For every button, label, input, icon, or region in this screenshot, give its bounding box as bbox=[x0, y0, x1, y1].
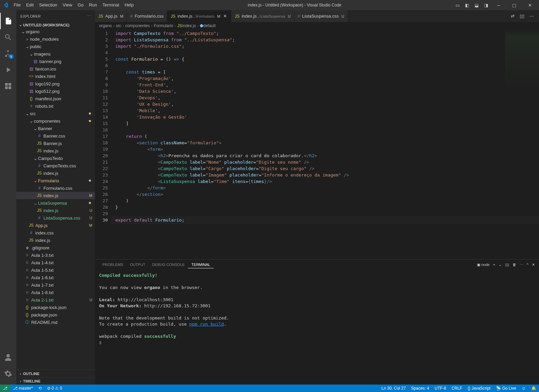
tree-item[interactable]: ≡Aula 1-6.txt bbox=[16, 274, 95, 281]
close-icon[interactable]: ✕ bbox=[222, 14, 228, 19]
workspace-header[interactable]: ⌄ UNTITLED (WORKSPACE) bbox=[16, 22, 95, 28]
tree-item[interactable]: ⌄Banner bbox=[16, 125, 95, 132]
tree-item[interactable]: ›node_modules bbox=[16, 35, 95, 43]
tree-item[interactable]: ≡robots.txt bbox=[16, 102, 95, 110]
tree-item[interactable]: {}manifest.json bbox=[16, 95, 95, 102]
split-terminal-icon[interactable]: ▯▯ bbox=[505, 263, 509, 267]
panel-tab-output[interactable]: OUTPUT bbox=[127, 261, 149, 268]
terminal-body[interactable]: Compiled successfully! You can now view … bbox=[95, 270, 539, 385]
outline-section[interactable]: › OUTLINE bbox=[16, 370, 95, 377]
settings-icon[interactable] bbox=[0, 366, 16, 382]
tree-item[interactable]: <>index.html bbox=[16, 73, 95, 80]
tree-item[interactable]: JSApp.jsM bbox=[16, 222, 95, 229]
kill-terminal-icon[interactable]: 🗑 bbox=[513, 263, 516, 267]
tree-item[interactable]: #index.css bbox=[16, 229, 95, 236]
tree-item[interactable]: JSindex.js bbox=[16, 236, 95, 244]
language-mode[interactable]: {} JavaScript bbox=[465, 385, 493, 392]
more-actions-icon[interactable]: ⋯ bbox=[527, 12, 536, 20]
panel-close-icon[interactable]: ✕ bbox=[532, 263, 535, 267]
eol[interactable]: CRLF bbox=[449, 385, 465, 392]
compare-icon[interactable]: ⇄ bbox=[508, 12, 517, 20]
tree-item[interactable]: ⌄imagens bbox=[16, 50, 95, 58]
tree-item[interactable]: JSindex.js bbox=[16, 169, 95, 177]
panel-tab-problems[interactable]: PROBLEMS bbox=[99, 261, 127, 268]
menu-run[interactable]: Run bbox=[86, 0, 100, 10]
tree-item[interactable]: #CampoTexto.css bbox=[16, 162, 95, 169]
menu-view[interactable]: View bbox=[60, 0, 75, 10]
menu-terminal[interactable]: Terminal bbox=[100, 0, 122, 10]
code-content[interactable]: import CampoTexto from "../CampoTexto";i… bbox=[112, 29, 539, 259]
sync-button[interactable]: ⟲ bbox=[36, 385, 44, 392]
tree-item[interactable]: ▧logo192.png bbox=[16, 80, 95, 87]
tree-item[interactable]: JSindex.jsU bbox=[16, 207, 95, 214]
panel-maximize-icon[interactable]: ^ bbox=[527, 263, 528, 267]
close-button[interactable]: ✕ bbox=[522, 0, 538, 10]
breadcrumb-item[interactable]: JS index.js bbox=[177, 23, 196, 28]
minimize-button[interactable]: ─ bbox=[491, 0, 506, 10]
maximize-button[interactable]: ▢ bbox=[506, 0, 522, 10]
tree-item[interactable]: ⌄ListaSuspensa bbox=[16, 199, 95, 207]
run-debug-icon[interactable] bbox=[0, 62, 16, 78]
indentation[interactable]: Spaces: 4 bbox=[408, 385, 432, 392]
accounts-icon[interactable] bbox=[0, 349, 16, 366]
timeline-section[interactable]: › TIMELINE bbox=[16, 377, 95, 385]
editor-tab[interactable]: #ListaSuspensa.cssU bbox=[294, 10, 348, 22]
tree-item[interactable]: ≡Aula 2-1.txtU bbox=[16, 296, 95, 304]
layout-panel-bottom-icon[interactable]: ⬓ bbox=[473, 1, 481, 9]
tree-item[interactable]: #Banner.css bbox=[16, 132, 95, 140]
breadcrumb-item[interactable]: src bbox=[116, 23, 121, 28]
notifications-button[interactable]: 🔔 bbox=[528, 385, 539, 392]
panel-tab-debug[interactable]: DEBUG CONSOLE bbox=[149, 261, 188, 268]
split-editor-icon[interactable]: ▯▯ bbox=[518, 12, 526, 20]
tree-item[interactable]: #ListaSuspensa.cssU bbox=[16, 214, 95, 222]
tree-item[interactable]: JSindex.jsM bbox=[16, 192, 95, 199]
menu-selection[interactable]: Selection bbox=[36, 0, 60, 10]
sidebar-more-icon[interactable]: ⋯ bbox=[87, 14, 91, 18]
terminal-more-icon[interactable]: ⋯ bbox=[520, 263, 523, 267]
editor-tab[interactable]: #Formulario.css bbox=[127, 10, 167, 22]
menu-go[interactable]: Go bbox=[75, 0, 86, 10]
editor-tab[interactable]: JSApp.jsM bbox=[95, 10, 127, 22]
breadcrumb-item[interactable]: ⬟ default bbox=[200, 23, 215, 28]
tree-item[interactable]: ⌄public bbox=[16, 43, 95, 50]
terminal-dropdown-icon[interactable]: ⌄ bbox=[499, 263, 502, 267]
tree-item[interactable]: #Formulario.css bbox=[16, 184, 95, 192]
remote-button[interactable]: ⎇ bbox=[0, 385, 10, 392]
tree-root[interactable]: ⌄organo bbox=[16, 28, 95, 35]
tree-item[interactable]: JSBanner.js bbox=[16, 140, 95, 147]
tree-item[interactable]: ⌄src bbox=[16, 110, 95, 117]
search-icon[interactable] bbox=[0, 29, 16, 45]
tree-item[interactable]: ▧favicon.ico bbox=[16, 65, 95, 73]
minimap[interactable] bbox=[505, 29, 539, 90]
tree-item[interactable]: ≡Aula 1-3.txt bbox=[16, 251, 95, 259]
explorer-icon[interactable] bbox=[0, 13, 16, 29]
layout-sidebar-right-icon[interactable]: ◨ bbox=[482, 1, 490, 9]
tree-item[interactable]: ▧banner.png bbox=[16, 58, 95, 65]
menu-edit[interactable]: Edit bbox=[23, 0, 36, 10]
tree-item[interactable]: ≡Aula 1-5.txt bbox=[16, 266, 95, 274]
extensions-icon[interactable] bbox=[0, 78, 16, 94]
editor-tab[interactable]: JSindex.js ...\FormularioM✕ bbox=[167, 10, 231, 22]
tree-item[interactable]: ⓘREADME.md bbox=[16, 318, 95, 326]
tree-item[interactable]: ⌄componentes bbox=[16, 117, 95, 125]
source-control-icon[interactable]: 5 bbox=[0, 45, 16, 62]
new-terminal-icon[interactable]: + bbox=[493, 263, 495, 267]
tree-item[interactable]: JSindex.js bbox=[16, 147, 95, 154]
cursor-position[interactable]: Ln 30, Col 27 bbox=[379, 385, 408, 392]
menu-help[interactable]: Help bbox=[122, 0, 136, 10]
tree-item[interactable]: ⌄Formulario bbox=[16, 177, 95, 184]
branch-button[interactable]: ⎇ master* bbox=[10, 385, 36, 392]
breadcrumb-item[interactable]: componentes bbox=[125, 23, 150, 28]
encoding[interactable]: UTF-8 bbox=[432, 385, 449, 392]
panel-tab-terminal[interactable]: TERMINAL bbox=[188, 261, 214, 268]
breadcrumbs[interactable]: organo›src›componentes›Formulario›JS ind… bbox=[95, 22, 539, 29]
tree-item[interactable]: ≡Aula 1-7.txt bbox=[16, 281, 95, 289]
problems-button[interactable]: ⊘ 0 ⚠ 0 bbox=[44, 385, 65, 392]
go-live-button[interactable]: 📡 Go Live bbox=[493, 385, 519, 392]
terminal-selector[interactable]: ▣ node bbox=[477, 263, 490, 267]
tree-item[interactable]: ≡Aula 1-4.txt bbox=[16, 259, 95, 266]
tree-item[interactable]: ◆.gitignore bbox=[16, 244, 95, 251]
feedback-button[interactable]: ☺ bbox=[519, 385, 528, 392]
tree-item[interactable]: {}package.json bbox=[16, 311, 95, 318]
tree-item[interactable]: {}package-lock.json bbox=[16, 304, 95, 311]
